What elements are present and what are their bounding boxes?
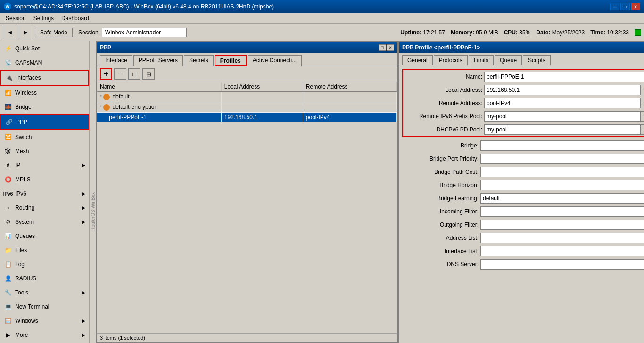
bridge-port-priority-dropdown[interactable]: ▼ — [480, 154, 644, 164]
col-local-address: Local Address — [221, 82, 303, 92]
row-status-icon — [100, 114, 107, 121]
ppp-window-title: PPP — [100, 44, 111, 51]
sidebar-item-tools[interactable]: 🔧 Tools ▶ — [0, 286, 89, 300]
profile-tab-scripts[interactable]: Scripts — [523, 55, 551, 65]
remote-address-value: pool-IPv4 — [485, 100, 640, 106]
profile-window: PPP Profile <perfil-PPPoE-1> □ ✕ General… — [398, 41, 644, 343]
session-field[interactable]: Winbox-Administrador — [102, 28, 187, 37]
profile-tab-general[interactable]: General — [402, 55, 433, 65]
table-status-footer: 3 items (1 selected) — [97, 333, 397, 342]
sidebar-item-interfaces[interactable]: 🔌 Interfaces — [0, 70, 89, 86]
profile-tab-limits[interactable]: Limits — [469, 55, 494, 65]
address-list-dropdown[interactable]: ▲ — [480, 233, 644, 243]
bridge-horizon-dropdown[interactable]: ▼ — [480, 180, 644, 190]
ipv6-arrow: ▶ — [82, 191, 85, 196]
edit-button[interactable]: □ — [128, 68, 140, 80]
menu-settings[interactable]: Settings — [30, 14, 58, 23]
log-icon: 📋 — [4, 260, 12, 269]
menu-bar: Session Settings Dashboard — [0, 13, 644, 24]
ppp-table-container: Name Local Address Remote Address * defa… — [97, 82, 397, 333]
dhcpv6-dropdown[interactable]: my-pool ▼ — [484, 124, 644, 135]
interface-list-dropdown[interactable]: ▼ — [480, 246, 644, 256]
filter-button[interactable]: ⊞ — [142, 68, 155, 80]
incoming-filter-dropdown[interactable]: ▼ — [480, 206, 644, 217]
ppp-maximize-btn[interactable]: □ — [379, 44, 386, 51]
menu-session[interactable]: Session — [2, 14, 30, 23]
sidebar-item-mesh[interactable]: 🕸 Mesh — [0, 144, 89, 158]
tab-profiles[interactable]: Profiles — [215, 55, 247, 66]
safe-mode-button[interactable]: Safe Mode — [35, 28, 73, 37]
local-address-dropdown-btn[interactable]: ▼ — [640, 85, 644, 95]
table-row[interactable]: * default-encryption — [97, 102, 397, 112]
profile-tab-protocols[interactable]: Protocols — [434, 55, 468, 65]
routing-arrow: ▶ — [82, 205, 85, 210]
tab-pppoe-servers[interactable]: PPPoE Servers — [133, 55, 183, 66]
profile-tabs: General Protocols Limits Queue Scripts — [399, 53, 644, 65]
forward-button[interactable]: ► — [19, 26, 33, 39]
sidebar-item-more[interactable]: ▶ More ▶ — [0, 328, 89, 342]
sidebar-item-windows[interactable]: 🪟 Windows ▶ — [0, 314, 89, 328]
add-button[interactable]: + — [100, 68, 112, 80]
sidebar-item-routing[interactable]: ↔ Routing ▶ — [0, 201, 89, 215]
profile-tab-queue[interactable]: Queue — [495, 55, 522, 65]
local-address-dropdown[interactable]: 192.168.50.1 ▼ — [484, 85, 644, 95]
dhcpv6-dropdown-btn[interactable]: ▼ — [640, 125, 644, 134]
sidebar-item-switch[interactable]: 🔀 Switch — [0, 130, 89, 144]
ppp-icon: 🔗 — [5, 118, 13, 126]
ppp-title-bar: PPP □ ✕ — [97, 42, 397, 53]
bridge-label: Bridge: — [403, 142, 479, 149]
remove-button[interactable]: − — [114, 68, 126, 80]
dhcpv6-row: DHCPv6 PD Pool: my-pool ▼ ▲ ▼ — [403, 123, 644, 136]
cpu-label: CPU: 35% — [504, 29, 531, 36]
back-button[interactable]: ◄ — [3, 26, 17, 39]
menu-dashboard[interactable]: Dashboard — [58, 14, 93, 23]
sidebar-item-mpls[interactable]: ⭕ MPLS — [0, 172, 89, 187]
bridge-dropdown[interactable]: ▼ — [480, 140, 644, 151]
remote-address-dropdown[interactable]: pool-IPv4 ▼ — [484, 98, 644, 108]
bridge-learning-dropdown[interactable]: default ▼ — [480, 193, 644, 204]
name-input[interactable] — [485, 72, 644, 82]
table-row[interactable]: * default — [97, 92, 397, 102]
mpls-icon: ⭕ — [4, 175, 12, 184]
table-row[interactable]: perfil-PPPoE-1 192.168.50.1 pool-IPv4 — [97, 112, 397, 122]
sidebar-item-ip[interactable]: # IP ▶ — [0, 158, 89, 172]
sidebar-item-log[interactable]: 📋 Log — [0, 257, 89, 271]
files-icon: 📁 — [4, 246, 12, 254]
dns-server-row: DNS Server: ▼ ▲ ▼ — [399, 258, 644, 271]
dns-server-dropdown[interactable]: ▼ — [480, 259, 644, 270]
remote-ipv6-dropdown[interactable]: my-pool ▼ — [484, 111, 644, 122]
sidebar-item-quick-set[interactable]: ⚡ Quick Set — [0, 41, 89, 56]
interface-list-row: Interface List: ▼ — [399, 245, 644, 258]
remote-address-row: Remote Address: pool-IPv4 ▼ ▲ ▼ — [403, 97, 644, 110]
dhcpv6-label: DHCPv6 PD Pool: — [407, 126, 482, 133]
sidebar-item-ppp[interactable]: 🔗 PPP — [0, 114, 89, 130]
remote-address-dropdown-btn[interactable]: ▼ — [640, 98, 644, 108]
sidebar-item-ipv6[interactable]: IPv6 IPv6 ▶ — [0, 187, 89, 201]
date-label: Date: May/25/2023 — [536, 29, 585, 36]
bridge-path-cost-dropdown[interactable]: ▼ — [480, 167, 644, 177]
address-list-label: Address List: — [403, 235, 479, 241]
tab-secrets[interactable]: Secrets — [184, 55, 214, 66]
sidebar-item-radius[interactable]: 👤 RADIUS — [0, 271, 89, 286]
sidebar-item-bridge[interactable]: 🌉 Bridge — [0, 100, 89, 114]
outgoing-filter-row: Outgoing Filter: ▼ — [399, 218, 644, 231]
sidebar-item-queues[interactable]: 📊 Queues — [0, 229, 89, 243]
close-button[interactable]: ✕ — [631, 3, 640, 10]
tools-arrow: ▶ — [82, 290, 85, 295]
sidebar-item-new-terminal[interactable]: 💻 New Terminal — [0, 300, 89, 314]
sidebar-item-capsman[interactable]: 📡 CAPsMAN — [0, 56, 89, 70]
sidebar-item-wireless[interactable]: 📶 Wireless — [0, 86, 89, 100]
remote-ipv6-dropdown-btn[interactable]: ▼ — [640, 112, 644, 121]
minimize-button[interactable]: ─ — [610, 3, 619, 10]
more-arrow: ▶ — [82, 333, 85, 337]
sidebar-item-files[interactable]: 📁 Files — [0, 243, 89, 257]
outgoing-filter-dropdown[interactable]: ▼ — [480, 220, 644, 230]
tab-active-connections[interactable]: Active Connecti... — [248, 55, 302, 66]
local-address-row: Local Address: 192.168.50.1 ▼ ▲ ▼ — [403, 83, 644, 97]
sidebar-item-system[interactable]: ⚙ System ▶ — [0, 215, 89, 229]
ppp-close-btn[interactable]: ✕ — [387, 44, 394, 51]
more-icon: ▶ — [4, 331, 12, 339]
maximize-button[interactable]: □ — [620, 3, 630, 10]
tab-interface[interactable]: Interface — [100, 55, 132, 66]
ppp-table: Name Local Address Remote Address * defa… — [97, 82, 397, 122]
